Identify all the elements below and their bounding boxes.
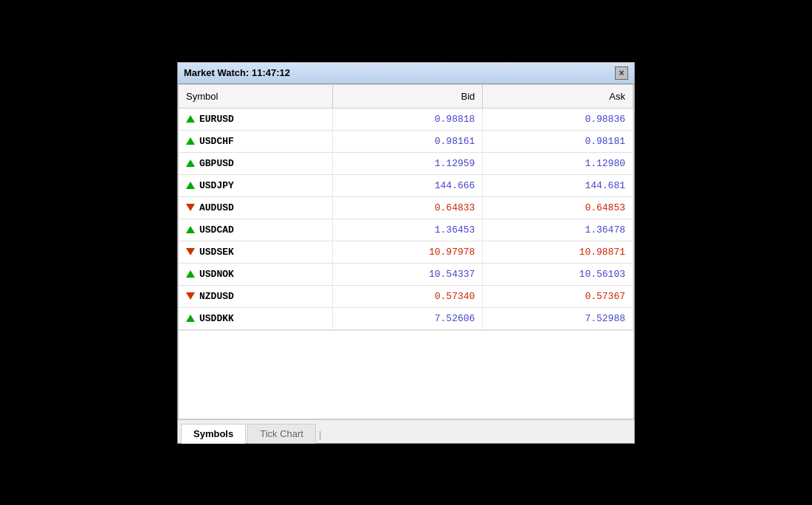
symbol-name: AUDUSD bbox=[199, 202, 234, 213]
table-row[interactable]: USDNOK10.5433710.56103 bbox=[179, 263, 633, 285]
bid-value: 0.98818 bbox=[332, 108, 483, 130]
arrow-up-icon bbox=[186, 270, 195, 278]
ask-value: 0.98181 bbox=[483, 130, 633, 152]
table-header-row: Symbol Bid Ask bbox=[179, 85, 633, 109]
bid-value: 0.57340 bbox=[332, 285, 483, 307]
empty-space bbox=[179, 330, 633, 419]
symbol-name: EURUSD bbox=[199, 114, 234, 125]
arrow-up-icon bbox=[186, 115, 195, 123]
symbol-name: USDCAD bbox=[199, 224, 234, 236]
column-header-bid: Bid bbox=[332, 85, 483, 109]
ask-value: 0.57367 bbox=[483, 285, 633, 307]
title-bar: Market Watch: 11:47:12 × bbox=[178, 63, 634, 84]
market-table: Symbol Bid Ask EURUSD0.988180.98836USDCH… bbox=[179, 85, 633, 330]
table-row[interactable]: USDSEK10.9797810.98871 bbox=[179, 241, 633, 263]
table-row[interactable]: USDJPY144.666144.681 bbox=[179, 174, 633, 196]
ask-value: 144.681 bbox=[483, 174, 633, 196]
bid-value: 7.52606 bbox=[332, 307, 483, 329]
symbol-name: USDNOK bbox=[199, 269, 234, 280]
arrow-down-icon bbox=[186, 204, 195, 211]
bid-value: 1.36453 bbox=[332, 219, 483, 241]
window-title: Market Watch: 11:47:12 bbox=[184, 67, 290, 78]
tab-bar: Symbols Tick Chart | bbox=[178, 419, 634, 443]
bid-value: 10.54337 bbox=[332, 263, 483, 285]
market-watch-window: Market Watch: 11:47:12 × Symbol Bid Ask … bbox=[177, 62, 635, 444]
tab-divider: | bbox=[317, 425, 323, 444]
tab-symbols[interactable]: Symbols bbox=[181, 424, 246, 444]
table-row[interactable]: USDCHF0.981610.98181 bbox=[179, 130, 633, 152]
table-row[interactable]: USDDKK7.526067.52988 bbox=[179, 307, 633, 329]
ask-value: 10.98871 bbox=[483, 241, 633, 263]
table-row[interactable]: GBPUSD1.129591.12980 bbox=[179, 152, 633, 174]
table-row[interactable]: AUDUSD0.648330.64853 bbox=[179, 196, 633, 219]
table-row[interactable]: USDCAD1.364531.36478 bbox=[179, 219, 633, 241]
ask-value: 1.12980 bbox=[483, 152, 633, 174]
column-header-ask: Ask bbox=[483, 85, 633, 109]
bid-value: 144.666 bbox=[332, 174, 483, 196]
tab-tick-chart[interactable]: Tick Chart bbox=[247, 424, 316, 444]
bid-value: 0.64833 bbox=[332, 196, 483, 219]
symbol-name: USDCHF bbox=[199, 136, 234, 147]
ask-value: 7.52988 bbox=[483, 307, 633, 329]
symbol-name: NZDUSD bbox=[199, 291, 234, 302]
arrow-up-icon bbox=[186, 226, 195, 233]
bid-value: 10.97978 bbox=[332, 241, 483, 263]
ask-value: 10.56103 bbox=[483, 263, 633, 285]
arrow-down-icon bbox=[186, 292, 195, 300]
table-row[interactable]: EURUSD0.988180.98836 bbox=[179, 108, 633, 130]
close-button[interactable]: × bbox=[615, 66, 628, 80]
bid-value: 0.98161 bbox=[332, 130, 483, 152]
market-table-container: Symbol Bid Ask EURUSD0.988180.98836USDCH… bbox=[178, 84, 634, 419]
column-header-symbol: Symbol bbox=[179, 85, 332, 109]
bid-value: 1.12959 bbox=[332, 152, 483, 174]
arrow-up-icon bbox=[186, 137, 195, 145]
ask-value: 0.98836 bbox=[483, 108, 633, 130]
arrow-down-icon bbox=[186, 248, 195, 255]
arrow-up-icon bbox=[186, 182, 195, 189]
arrow-up-icon bbox=[186, 315, 195, 322]
ask-value: 1.36478 bbox=[483, 219, 633, 241]
symbol-name: GBPUSD bbox=[199, 158, 234, 169]
arrow-up-icon bbox=[186, 159, 195, 167]
symbol-name: USDJPY bbox=[199, 180, 234, 191]
symbol-name: USDDKK bbox=[199, 313, 234, 324]
table-row[interactable]: NZDUSD0.573400.57367 bbox=[179, 285, 633, 307]
ask-value: 0.64853 bbox=[483, 196, 633, 219]
symbol-name: USDSEK bbox=[199, 247, 234, 258]
